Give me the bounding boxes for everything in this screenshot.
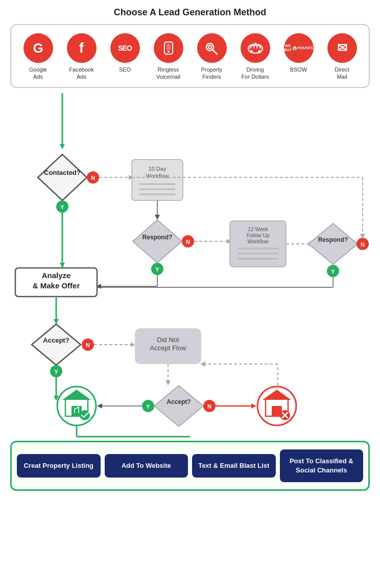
direct-mail-icon: ✉	[327, 33, 357, 63]
google-ads-icon: G	[23, 33, 53, 63]
svg-marker-33	[133, 220, 182, 263]
svg-text:Accept Flow: Accept Flow	[150, 344, 186, 352]
lead-gen-ringless[interactable]: RinglessVoicemail	[148, 33, 189, 81]
lead-gen-direct-mail[interactable]: ✉ DirectMail	[322, 33, 363, 81]
svg-text:Y: Y	[331, 268, 335, 275]
svg-marker-93	[200, 361, 205, 367]
svg-marker-15	[38, 154, 87, 200]
google-ads-label: GoogleAds	[29, 66, 47, 81]
svg-marker-76	[165, 380, 171, 386]
svg-marker-32	[155, 215, 160, 220]
ringless-voicemail-label: RinglessVoicemail	[156, 66, 180, 81]
svg-rect-1	[167, 44, 171, 50]
lead-gen-facebook[interactable]: f FacebookAds	[61, 33, 102, 81]
svg-point-4	[208, 46, 211, 49]
svg-text:Respond?: Respond?	[142, 234, 173, 241]
property-finders-icon	[197, 33, 227, 63]
bsow-label: BSOW	[290, 66, 307, 73]
facebook-ads-label: FacebookAds	[69, 66, 93, 81]
svg-text:N: N	[86, 342, 90, 348]
svg-text:Y: Y	[155, 266, 159, 273]
svg-marker-53	[308, 223, 358, 264]
lead-gen-google[interactable]: G GoogleAds	[18, 33, 59, 81]
flowchart-svg: Contacted? N Y 10 Day Workflow	[5, 93, 375, 461]
svg-text:Workflow: Workflow	[248, 239, 269, 244]
svg-marker-14	[60, 144, 65, 149]
lead-gen-seo[interactable]: SEO SEO	[105, 33, 146, 73]
svg-text:Y: Y	[146, 403, 150, 410]
svg-text:Follow Up: Follow Up	[247, 233, 270, 238]
svg-text:Respond?: Respond?	[318, 236, 348, 243]
lead-gen-bsow[interactable]: WE BUY 🏠 HOUSES BSOW	[278, 33, 319, 73]
driving-for-dollars-label: DrivingFor Dollars	[242, 66, 269, 81]
svg-text:N: N	[207, 403, 211, 410]
svg-marker-90	[251, 403, 256, 409]
svg-text:N: N	[91, 175, 95, 181]
svg-point-8	[258, 50, 261, 53]
svg-text:Workflow: Workflow	[146, 173, 169, 179]
svg-point-2	[168, 51, 170, 53]
lead-gen-property-finders[interactable]: PropertyFinders	[192, 33, 232, 81]
bsow-icon: WE BUY 🏠 HOUSES	[284, 33, 314, 63]
svg-text:Accept?: Accept?	[167, 398, 191, 405]
facebook-ads-icon: f	[67, 33, 97, 63]
svg-line-5	[212, 50, 217, 54]
svg-text:10 Day: 10 Day	[149, 166, 167, 172]
svg-marker-24	[60, 263, 65, 268]
lead-gen-box: G GoogleAds f FacebookAds SEO SEO Ringle…	[10, 24, 370, 88]
direct-mail-label: DirectMail	[335, 66, 349, 81]
page-title: Choose A Lead Generation Method	[5, 7, 375, 18]
svg-text:Accept?: Accept?	[43, 336, 69, 344]
svg-text:Y: Y	[54, 369, 58, 375]
svg-point-11	[254, 43, 256, 45]
svg-marker-81	[154, 386, 203, 426]
property-finders-label: PropertyFinders	[201, 66, 223, 81]
svg-text:Analyze: Analyze	[42, 271, 71, 280]
svg-marker-86	[97, 403, 102, 409]
svg-marker-71	[131, 342, 135, 347]
svg-text:N: N	[186, 239, 190, 245]
svg-text:N: N	[361, 241, 365, 247]
ringless-voicemail-icon	[154, 33, 183, 63]
svg-marker-66	[32, 324, 81, 365]
seo-icon: SEO	[110, 33, 140, 63]
svg-text:Y: Y	[60, 204, 64, 210]
svg-text:& Make Offer: & Make Offer	[33, 281, 80, 290]
driving-for-dollars-icon	[241, 33, 270, 63]
svg-marker-111	[360, 234, 365, 239]
svg-text:Did Not: Did Not	[157, 336, 179, 344]
svg-point-7	[250, 50, 253, 53]
svg-text:Contacted?: Contacted?	[44, 169, 81, 176]
lead-gen-driving[interactable]: DrivingFor Dollars	[235, 33, 276, 81]
flowchart-area: Contacted? N Y 10 Day Workflow	[5, 93, 375, 461]
page-wrapper: Choose A Lead Generation Method G Google…	[0, 0, 380, 588]
seo-label: SEO	[119, 66, 131, 73]
svg-text:12 Week: 12 Week	[248, 227, 268, 232]
